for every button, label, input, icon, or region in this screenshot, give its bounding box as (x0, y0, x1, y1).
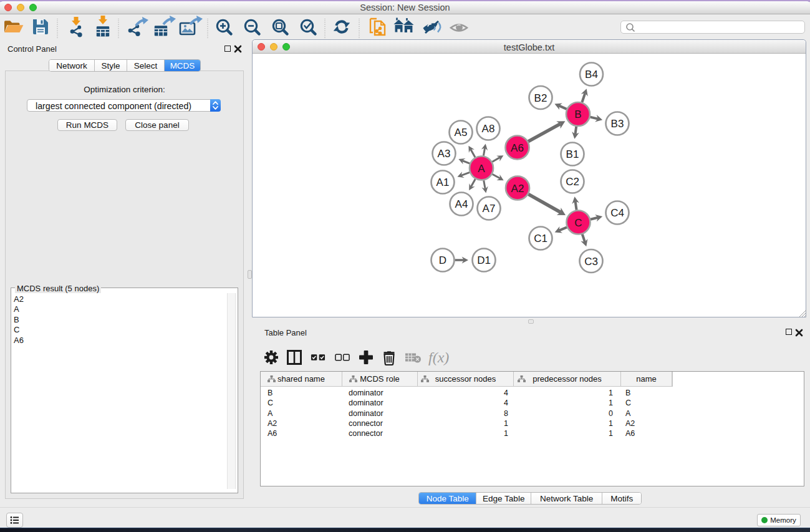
svg-text:C: C (574, 217, 582, 229)
svg-text:B4: B4 (585, 69, 598, 80)
svg-text:C4: C4 (610, 207, 624, 219)
svg-text:A2: A2 (511, 183, 524, 195)
svg-text:C1: C1 (534, 233, 547, 244)
svg-text:D1: D1 (477, 254, 491, 266)
svg-text:C2: C2 (566, 176, 579, 188)
svg-text:C3: C3 (584, 256, 598, 268)
svg-text:A8: A8 (482, 123, 495, 135)
svg-text:A6: A6 (511, 142, 524, 154)
svg-text:A3: A3 (438, 148, 451, 160)
svg-text:B2: B2 (534, 92, 547, 104)
svg-text:D: D (439, 254, 446, 266)
svg-text:B3: B3 (611, 118, 624, 130)
svg-text:A5: A5 (455, 127, 468, 138)
svg-text:A1: A1 (436, 177, 450, 188)
svg-text:B: B (574, 109, 581, 120)
svg-text:B1: B1 (566, 148, 579, 160)
svg-text:f(x): f(x) (428, 349, 449, 365)
svg-text:A4: A4 (455, 198, 468, 210)
svg-text:A: A (478, 163, 485, 175)
svg-text:A7: A7 (483, 203, 496, 215)
